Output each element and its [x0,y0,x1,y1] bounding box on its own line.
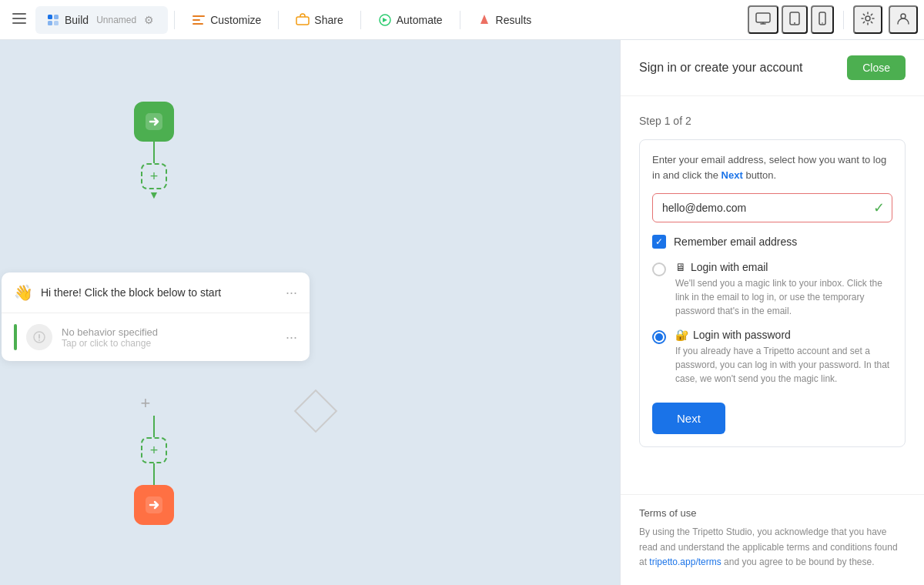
svg-rect-3 [48,15,52,19]
tab-automate-label: Automate [397,14,443,26]
login-email-icon: 🖥 [675,261,686,273]
behavior-text: No behavior specified Tap or click to ch… [62,326,276,349]
build-icon [46,13,60,27]
tab-results-label: Results [496,14,532,26]
login-email-radio[interactable] [652,262,666,276]
behavior-icon [26,324,52,350]
canvas-area[interactable]: + ▼ 👋 Hi there! Click the block below to… [0,40,620,585]
tab-build[interactable]: Build Unnamed ⚙ [35,6,168,34]
chat-block: 👋 Hi there! Click the block below to sta… [2,272,310,361]
terms-link[interactable]: tripetto.app/terms [649,557,721,567]
nav-divider-2 [278,11,279,29]
right-panel: Sign in or create your account Close Ste… [620,40,924,585]
results-icon [477,13,491,27]
chat-block-more-btn[interactable]: ··· [286,285,297,301]
svg-point-24 [38,339,40,341]
login-password-title: 🔐 Login with password [675,329,892,341]
device-selector [748,5,834,34]
add-block-btn-canvas[interactable]: + [132,390,159,416]
terms-text: By using the Tripetto Studio, you acknow… [639,525,906,570]
panel-footer: Terms of use By using the Tripetto Studi… [621,494,924,585]
tab-build-label: Build [65,14,89,26]
nav-user-btn[interactable] [889,5,918,34]
svg-point-16 [794,22,795,24]
login-email-title: 🖥 Login with email [675,261,892,273]
connector-3 [153,463,155,485]
behavior-title: No behavior specified [62,326,276,338]
behavior-left-bar [14,324,17,350]
email-check-icon: ✓ [873,199,885,216]
svg-rect-5 [48,21,52,25]
behavior-more-btn[interactable]: ··· [286,329,297,346]
login-email-option[interactable]: 🖥 Login with email We'll send you a magi… [652,261,892,318]
connector-1 [153,142,155,163]
tab-build-subtitle: Unnamed [96,15,136,25]
diamond-node[interactable] [294,389,338,433]
terms-text-after: and you agree to be bound by these. [721,557,875,567]
form-instruction: Enter your email address, select how you… [652,152,892,182]
automate-icon [378,13,392,27]
email-input-wrapper: ✓ [652,193,892,222]
svg-rect-6 [54,21,59,25]
email-input[interactable] [652,193,892,222]
device-tablet-btn[interactable] [782,5,808,34]
next-button[interactable]: Next [652,403,725,434]
step-label: Step 1 of 2 [639,115,906,127]
tab-customize[interactable]: Customize [181,8,272,32]
customize-icon [192,13,206,27]
nav-settings-btn[interactable] [853,5,882,34]
add-block-btn-2[interactable]: + [141,437,167,463]
behavior-subtitle: Tap or click to change [62,338,276,349]
remember-label: Remember email address [674,236,797,248]
share-icon [296,13,310,27]
tab-customize-label: Customize [210,14,261,26]
nav-right-controls [748,5,918,34]
chat-block-behavior[interactable]: No behavior specified Tap or click to ch… [2,313,310,361]
login-email-desc: We'll send you a magic link to your inbo… [675,276,892,318]
remember-checkbox-row: Remember email address [652,235,892,249]
nav-divider-4 [460,11,460,29]
tab-results[interactable]: Results [467,8,543,32]
tab-share-label: Share [314,14,343,26]
form-card: Enter your email address, select how you… [639,139,906,447]
tab-share[interactable]: Share [285,8,353,32]
login-password-desc: If you already have a Tripetto account a… [675,344,892,386]
instruction-bold: Next [721,169,743,181]
panel-header-title: Sign in or create your account [639,61,803,75]
device-mobile-btn[interactable] [811,5,834,34]
svg-rect-0 [12,13,26,15]
login-password-radio[interactable] [652,330,666,344]
svg-rect-10 [296,17,309,25]
device-desktop-btn[interactable] [748,5,778,34]
build-settings-icon[interactable]: ⚙ [141,11,157,29]
hamburger-menu[interactable] [6,7,32,33]
svg-rect-12 [756,13,770,22]
flow-end-section: + [134,416,174,525]
remember-checkbox[interactable] [652,235,666,249]
main-layout: + ▼ 👋 Hi there! Click the block below to… [0,40,924,585]
svg-rect-4 [54,15,59,19]
chat-block-emoji: 👋 [14,283,33,302]
start-node[interactable] [134,102,174,142]
login-password-content: 🔐 Login with password If you already hav… [675,329,892,386]
connector-2 [153,416,155,437]
terms-title: Terms of use [639,507,906,519]
tab-automate[interactable]: Automate [367,8,454,32]
login-email-content: 🖥 Login with email We'll send you a magi… [675,261,892,318]
top-navigation: Build Unnamed ⚙ Customize Share [0,0,924,40]
nav-divider-5 [843,11,844,29]
end-node[interactable] [134,485,174,525]
panel-close-btn[interactable]: Close [847,55,906,80]
flow-start-section: + ▼ [134,102,174,200]
panel-header: Sign in or create your account Close [621,40,924,96]
instruction-after: button. [743,169,776,181]
svg-point-20 [901,14,906,18]
panel-body: Step 1 of 2 Enter your email address, se… [621,96,924,494]
nav-divider-1 [174,11,175,29]
arrow-down-1: ▼ [149,189,159,200]
nav-divider-3 [360,11,361,29]
login-password-option[interactable]: 🔐 Login with password If you already hav… [652,329,892,386]
chat-block-header: 👋 Hi there! Click the block below to sta… [2,272,310,313]
add-block-btn-1[interactable]: + [141,163,167,189]
svg-point-18 [822,22,823,24]
